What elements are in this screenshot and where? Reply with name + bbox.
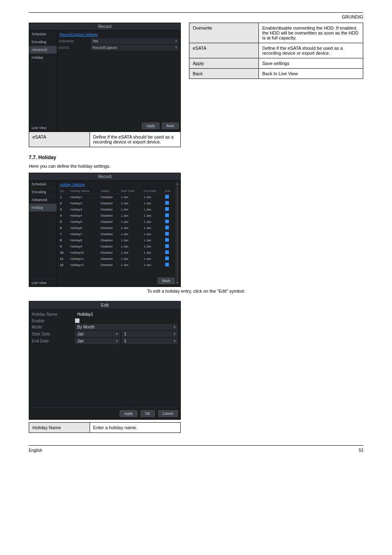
- select-start-day[interactable]: 1▾: [122, 331, 178, 337]
- cell-name: Holiday12: [69, 262, 99, 268]
- scroll-down-icon[interactable]: ▾: [177, 281, 178, 284]
- sidebar-item-advanced[interactable]: Advanced: [29, 196, 57, 204]
- label-overwrite: Overwrite: [59, 39, 91, 43]
- cell-start: 1.Jan: [120, 213, 143, 219]
- col-status: Status: [99, 188, 120, 194]
- cell-end: 1.Jan: [142, 213, 164, 219]
- select-mode[interactable]: By Month▾: [75, 324, 178, 330]
- cell-name: Holiday2: [69, 200, 99, 206]
- checkbox-enable[interactable]: [75, 318, 80, 323]
- cell-edit: [164, 213, 175, 219]
- cell-status: Disabled: [99, 231, 120, 237]
- ok-button[interactable]: OK: [141, 410, 154, 417]
- label-start-date: Start Date: [32, 332, 75, 336]
- cell-status: Disabled: [99, 225, 120, 231]
- esata-under-label: eSATA: [29, 132, 90, 147]
- chevron-down-icon: ▾: [175, 39, 177, 43]
- cell-start: 1.Jan: [120, 250, 143, 256]
- edit-icon[interactable]: [165, 207, 169, 211]
- cell-no: 2: [59, 200, 69, 206]
- cell-no: 5: [59, 219, 69, 225]
- edit-icon[interactable]: [165, 238, 169, 242]
- table-row: 4Holiday4Disabled1.Jan1.Jan: [59, 213, 175, 219]
- sidebar-item-encoding[interactable]: Encoding: [29, 188, 57, 196]
- holiday-intro: Here you can define the holiday settings…: [29, 164, 363, 169]
- cell-edit: [164, 231, 175, 237]
- sidebar-live-view[interactable]: Live View: [29, 124, 57, 132]
- sidebar-item-encoding[interactable]: Encoding: [29, 38, 57, 46]
- advanced-params-table: OverwriteEnable/disable overwriting the …: [189, 23, 363, 79]
- cell-name: Holiday3: [69, 206, 99, 213]
- table-row: 7Holiday7Disabled1.Jan1.Jan: [59, 231, 175, 237]
- scroll-up-icon[interactable]: ▴: [177, 182, 178, 185]
- select-end-day[interactable]: 1▾: [122, 338, 178, 344]
- edit-icon[interactable]: [165, 244, 169, 248]
- edit-icon[interactable]: [165, 232, 169, 236]
- input-holiday-name[interactable]: Holiday1: [77, 312, 93, 317]
- cell-end: 1.Jan: [142, 225, 164, 231]
- table-row: ApplySave settings: [189, 58, 363, 69]
- edit-title: Edit: [29, 301, 180, 309]
- cell-start: 1.Jan: [120, 206, 143, 213]
- edit-under-desc: Enter a holiday name.: [90, 423, 180, 433]
- edit-icon[interactable]: [165, 226, 169, 229]
- cell-name: Holiday7: [69, 231, 99, 237]
- label-enable: Enable: [32, 319, 75, 323]
- label-holiday-name: Holiday Name: [32, 312, 75, 317]
- select-overwrite[interactable]: Yes ▾: [91, 38, 179, 44]
- apply-button[interactable]: Apply: [120, 410, 137, 417]
- cell-start: 1.Jan: [120, 262, 143, 268]
- cell-name: Holiday6: [69, 225, 99, 231]
- table-row: 8Holiday8Disabled1.Jan1.Jan: [59, 237, 175, 243]
- cell-end: 1.Jan: [142, 262, 164, 268]
- tab-holiday-settings[interactable]: Holiday Settings: [59, 182, 175, 188]
- label-mode: Mode: [32, 325, 75, 329]
- cell-start: 1.Jan: [120, 256, 143, 262]
- sidebar-item-schedule[interactable]: Schedule: [29, 180, 57, 188]
- esata-under-table: eSATA Define if the eSATA should be used…: [29, 132, 181, 147]
- select-start-month[interactable]: Jan▾: [75, 331, 120, 337]
- tab-record-capture-settings[interactable]: Record/Capture Settings: [59, 32, 179, 38]
- table-row: OverwriteEnable/disable overwriting the …: [189, 23, 363, 43]
- cell-end: 1.Jan: [142, 256, 164, 262]
- holiday-table: No. Holiday Name Status Start Date End D…: [59, 188, 175, 268]
- cell-status: Disabled: [99, 243, 120, 250]
- table-row: eSATADefine if the eSATA should be used …: [189, 43, 363, 58]
- edit-icon[interactable]: [165, 220, 169, 223]
- cell-no: 12: [59, 262, 69, 268]
- sidebar-live-view[interactable]: Live View: [29, 279, 57, 287]
- sidebar-item-holiday[interactable]: Holiday: [29, 204, 57, 212]
- edit-icon[interactable]: [165, 250, 169, 254]
- table-row: 6Holiday6Disabled1.Jan1.Jan: [59, 225, 175, 231]
- cell-name: Holiday11: [69, 256, 99, 262]
- select-end-month[interactable]: Jan▾: [75, 338, 120, 344]
- apply-button[interactable]: Apply: [142, 123, 159, 129]
- sidebar-item-holiday[interactable]: Holiday: [29, 54, 57, 62]
- edit-icon[interactable]: [165, 213, 169, 217]
- chevron-down-icon: ▾: [116, 339, 118, 343]
- cell-end: 1.Jan: [142, 219, 164, 225]
- table-row: 9Holiday9Disabled1.Jan1.Jan: [59, 243, 175, 250]
- cell-start: 1.Jan: [120, 194, 143, 201]
- back-button[interactable]: Back: [158, 278, 175, 284]
- cancel-button[interactable]: Cancel: [158, 410, 178, 417]
- cell-no: 3: [59, 206, 69, 213]
- cell-end: 1.Jan: [142, 243, 164, 250]
- table-row: 11Holiday11Disabled1.Jan1.Jan: [59, 256, 175, 262]
- edit-icon[interactable]: [165, 195, 169, 199]
- table-row: 3Holiday3Disabled1.Jan1.Jan: [59, 206, 175, 213]
- cell-no: 4: [59, 213, 69, 219]
- table-row: 5Holiday5Disabled1.Jan1.Jan: [59, 219, 175, 225]
- select-esata[interactable]: Record/Capture ▾: [91, 45, 179, 51]
- edit-icon[interactable]: [165, 257, 169, 260]
- cell-edit: [164, 206, 175, 213]
- back-button[interactable]: Back: [162, 123, 179, 129]
- sidebar-item-schedule[interactable]: Schedule: [29, 30, 57, 38]
- edit-icon[interactable]: [165, 263, 169, 266]
- col-edit: Edit: [164, 188, 175, 194]
- cell-start: 1.Jan: [120, 231, 143, 237]
- cell-no: 6: [59, 225, 69, 231]
- edit-icon[interactable]: [165, 201, 169, 205]
- scrollbar[interactable]: ▴ ▾: [175, 182, 179, 284]
- sidebar-item-advanced[interactable]: Advanced: [29, 46, 57, 54]
